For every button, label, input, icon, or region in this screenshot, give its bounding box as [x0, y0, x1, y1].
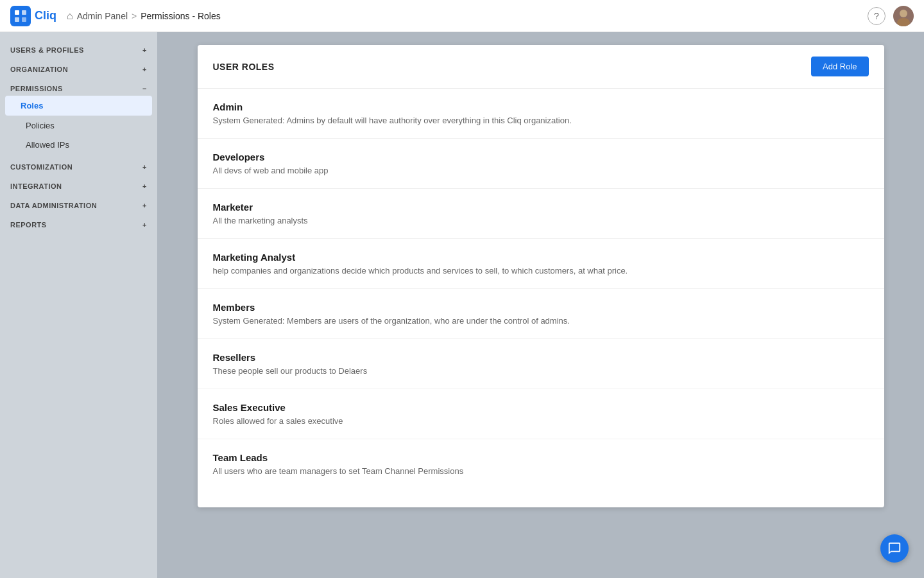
role-desc-marketer: All the marketing analysts [213, 216, 869, 225]
breadcrumb-home[interactable]: Admin Panel [77, 11, 128, 21]
add-role-button[interactable]: Add Role [811, 57, 868, 76]
sidebar-section-data-administration: DATA ADMINISTRATION + [0, 195, 157, 212]
breadcrumb-current: Permissions - Roles [141, 11, 220, 21]
integration-label: INTEGRATION [10, 182, 62, 190]
content-area: USER ROLES Add Role Admin System Generat… [157, 32, 924, 578]
permissions-toggle-icon: − [142, 85, 147, 92]
sidebar-section-header-integration[interactable]: INTEGRATION + [10, 182, 147, 190]
sidebar-section-permissions: PERMISSIONS − [0, 78, 157, 95]
integration-toggle-icon: + [142, 182, 147, 190]
app-logo[interactable]: Cliq [10, 6, 56, 26]
sidebar-section-header-data-administration[interactable]: DATA ADMINISTRATION + [10, 202, 147, 209]
data-administration-label: DATA ADMINISTRATION [10, 202, 97, 209]
role-desc-marketing-analyst: help companies and organizations decide … [213, 266, 869, 276]
sidebar-item-roles[interactable]: Roles [5, 96, 152, 116]
sidebar-section-header-customization[interactable]: CUSTOMIZATION + [10, 163, 147, 171]
allowed-ips-label: Allowed IPs [26, 140, 69, 150]
organization-toggle-icon: + [142, 66, 147, 73]
role-name-developers: Developers [213, 152, 869, 162]
svg-rect-1 [22, 10, 26, 15]
breadcrumb: ⌂ Admin Panel > Permissions - Roles [67, 10, 221, 22]
home-icon[interactable]: ⌂ [67, 10, 73, 22]
sidebar-section-header-permissions[interactable]: PERMISSIONS − [10, 85, 147, 92]
role-item-admin[interactable]: Admin System Generated: Admins by defaul… [198, 89, 884, 139]
sidebar-section-organization: ORGANIZATION + [0, 59, 157, 76]
role-desc-resellers: These people sell our products to Delaer… [213, 366, 869, 376]
sidebar-item-allowed-ips[interactable]: Allowed IPs [5, 136, 152, 154]
sidebar-section-header-organization[interactable]: ORGANIZATION + [10, 66, 147, 73]
customization-toggle-icon: + [142, 163, 147, 171]
logo-icon [10, 6, 31, 26]
sidebar-section-integration: INTEGRATION + [0, 176, 157, 193]
role-name-team-leads: Team Leads [213, 452, 869, 463]
panel-title: USER ROLES [213, 62, 275, 72]
role-desc-members: System Generated: Members are users of t… [213, 316, 869, 326]
reports-label: REPORTS [10, 221, 47, 229]
roles-label: Roles [21, 101, 43, 110]
role-name-members: Members [213, 302, 869, 313]
role-item-marketer[interactable]: Marketer All the marketing analysts [198, 189, 884, 239]
role-desc-sales-executive: Roles allowed for a sales executive [213, 416, 869, 426]
role-item-developers[interactable]: Developers All devs of web and mobile ap… [198, 139, 884, 189]
sidebar-item-policies[interactable]: Policies [5, 116, 152, 135]
sidebar-section-header-users-profiles[interactable]: USERS & PROFILES + [10, 46, 147, 54]
data-administration-toggle-icon: + [142, 202, 147, 209]
user-avatar[interactable] [893, 6, 914, 26]
role-name-resellers: Resellers [213, 352, 869, 363]
role-item-members[interactable]: Members System Generated: Members are us… [198, 289, 884, 339]
breadcrumb-separator: > [132, 11, 137, 21]
permissions-label: PERMISSIONS [10, 85, 63, 92]
role-item-sales-executive[interactable]: Sales Executive Roles allowed for a sale… [198, 389, 884, 439]
role-item-team-leads[interactable]: Team Leads All users who are team manage… [198, 439, 884, 489]
top-navigation: Cliq ⌂ Admin Panel > Permissions - Roles… [0, 0, 924, 32]
sidebar-section-reports: REPORTS + [0, 215, 157, 231]
role-name-marketing-analyst: Marketing Analyst [213, 252, 869, 263]
users-profiles-toggle-icon: + [142, 46, 147, 54]
role-item-marketing-analyst[interactable]: Marketing Analyst help companies and org… [198, 239, 884, 289]
svg-rect-3 [22, 17, 26, 22]
role-name-admin: Admin [213, 101, 869, 112]
svg-rect-2 [15, 17, 19, 22]
svg-rect-0 [15, 10, 19, 15]
sidebar-section-header-reports[interactable]: REPORTS + [10, 221, 147, 229]
svg-point-5 [897, 18, 910, 26]
organization-label: ORGANIZATION [10, 66, 68, 73]
role-desc-team-leads: All users who are team managers to set T… [213, 466, 869, 476]
sidebar-section-users-profiles: USERS & PROFILES + [0, 40, 157, 57]
user-roles-panel: USER ROLES Add Role Admin System Generat… [198, 45, 884, 507]
topnav-right: ? [868, 6, 914, 26]
reports-toggle-icon: + [142, 221, 147, 229]
panel-header: USER ROLES Add Role [198, 45, 884, 89]
customization-label: CUSTOMIZATION [10, 163, 73, 171]
sidebar-section-customization: CUSTOMIZATION + [0, 157, 157, 173]
users-profiles-label: USERS & PROFILES [10, 46, 84, 54]
svg-point-4 [900, 10, 907, 17]
policies-label: Policies [26, 121, 55, 130]
main-layout: USERS & PROFILES + ORGANIZATION + PERMIS… [0, 32, 924, 578]
logo-text: Cliq [35, 9, 56, 22]
role-item-resellers[interactable]: Resellers These people sell our products… [198, 339, 884, 389]
role-desc-admin: System Generated: Admins by default will… [213, 116, 869, 125]
role-name-sales-executive: Sales Executive [213, 402, 869, 413]
help-button[interactable]: ? [868, 7, 886, 25]
sidebar: USERS & PROFILES + ORGANIZATION + PERMIS… [0, 32, 157, 578]
role-desc-developers: All devs of web and mobile app [213, 166, 869, 175]
role-name-marketer: Marketer [213, 202, 869, 213]
chat-fab-button[interactable] [880, 534, 909, 563]
